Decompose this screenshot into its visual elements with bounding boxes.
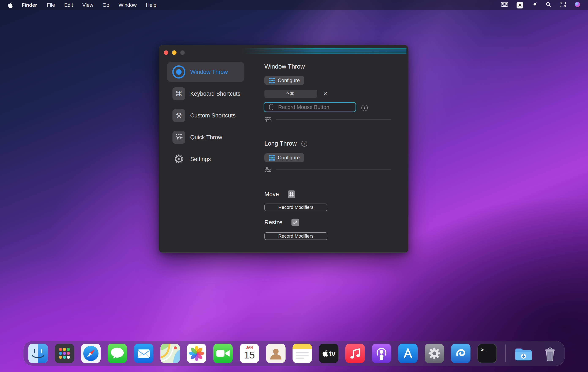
info-glyph: i — [304, 141, 305, 146]
menu-file[interactable]: File — [47, 2, 55, 8]
photos-icon — [187, 344, 206, 363]
record-modifiers-move-button[interactable]: Record Modifiers — [264, 204, 327, 211]
move-grid-icon — [288, 190, 295, 198]
podcasts-icon — [372, 344, 391, 363]
dock-icon-mail[interactable] — [134, 344, 153, 363]
zoom-button[interactable] — [180, 50, 185, 55]
messages-icon — [108, 344, 127, 363]
sidebar-item-keyboard-shortcuts[interactable]: ⌘ Keyboard Shortcuts — [168, 84, 244, 103]
dock-icon-terminal[interactable]: >_ — [477, 344, 497, 363]
dock-icon-notes[interactable] — [293, 344, 312, 363]
dock-icon-safari[interactable] — [81, 344, 101, 363]
calendar-day: 15 — [244, 350, 255, 361]
safari-icon — [81, 344, 101, 363]
dock-icon-system-settings[interactable] — [425, 344, 444, 363]
dock-icon-finder[interactable] — [28, 344, 48, 363]
control-center-icon[interactable] — [560, 2, 566, 9]
maps-icon — [160, 344, 180, 363]
search-icon — [546, 2, 551, 7]
dock-icon-app-store[interactable] — [398, 344, 418, 363]
menu-go[interactable]: Go — [103, 2, 109, 8]
dock-icon-contacts[interactable] — [266, 344, 285, 363]
sidebar-item-custom-shortcuts[interactable]: ⚒ Custom Shortcuts — [168, 106, 244, 125]
options-sliders-icon[interactable] — [265, 167, 272, 173]
menu-edit[interactable]: Edit — [64, 2, 73, 8]
finder-icon — [28, 344, 48, 363]
dock-icon-music[interactable] — [345, 344, 365, 363]
sidebar-item-window-throw[interactable]: Window Throw — [168, 62, 244, 82]
dock-icon-downloads[interactable] — [514, 344, 533, 363]
options-sliders-icon[interactable] — [265, 117, 272, 122]
dock: JAN 15 tv — [23, 341, 565, 366]
info-icon[interactable]: i — [361, 105, 368, 111]
sidebar-item-label: Custom Shortcuts — [190, 112, 236, 119]
move-row: Move — [264, 190, 295, 198]
spotlight-icon[interactable] — [546, 2, 551, 9]
long-throw-title: Long Throw i — [264, 140, 307, 147]
minimize-button[interactable] — [172, 50, 177, 55]
dock-separator — [505, 344, 505, 362]
dock-icon-launchpad[interactable] — [55, 344, 74, 363]
divider — [276, 119, 391, 120]
info-glyph: i — [364, 106, 365, 110]
sidebar-item-label: Quick Throw — [190, 134, 222, 141]
grid-logo-icon — [269, 78, 275, 83]
dock-icon-messages[interactable] — [108, 344, 127, 363]
music-icon — [345, 344, 365, 363]
paper-plane-icon — [532, 2, 537, 7]
menu-help[interactable]: Help — [146, 2, 156, 8]
dock-icon-maps[interactable] — [160, 344, 180, 363]
sidebar: Window Throw ⌘ Keyboard Shortcuts ⚒ Cust… — [168, 62, 244, 169]
input-source-label: A — [518, 2, 521, 8]
record-modifiers-resize-button[interactable]: Record Modifiers — [264, 232, 327, 240]
record-modifiers-label: Record Modifiers — [278, 205, 314, 210]
window-throw-title: Window Throw — [264, 63, 305, 70]
resize-row: Resize — [264, 219, 299, 226]
sidebar-item-label: Keyboard Shortcuts — [190, 91, 240, 97]
long-throw-info-icon[interactable]: i — [301, 141, 307, 147]
menu-extra-icon[interactable] — [532, 2, 537, 9]
apple-menu-icon[interactable] — [8, 2, 13, 8]
stripe — [242, 53, 406, 54]
grid-logo-icon — [269, 155, 275, 161]
command-glyph: ⌘ — [175, 89, 182, 98]
calendar-month: JAN — [246, 346, 253, 349]
menu-bar: Finder File Edit View Go Window Help A — [0, 0, 588, 10]
titlebar-stripes-decoration — [242, 48, 406, 54]
sidebar-item-quick-throw[interactable]: Quick Throw — [168, 128, 244, 147]
menu-view[interactable]: View — [82, 2, 93, 8]
stripe — [242, 48, 406, 50]
close-button[interactable] — [164, 50, 168, 55]
dock-icon-tv[interactable]: tv — [319, 344, 338, 363]
dock-icon-window-manager-app[interactable] — [451, 344, 471, 363]
sidebar-item-label: Settings — [190, 156, 211, 163]
dock-icon-trash[interactable] — [540, 344, 560, 363]
window-controls — [164, 50, 185, 55]
record-modifiers-label: Record Modifiers — [278, 233, 314, 239]
clear-icon: × — [323, 89, 327, 98]
record-mouse-button-field[interactable]: Record Mouse Button — [263, 102, 356, 112]
input-source-icon[interactable]: A — [516, 2, 523, 9]
configure-long-throw-button[interactable]: Configure — [264, 153, 304, 162]
notes-icon — [293, 344, 312, 363]
facetime-icon — [213, 344, 233, 363]
active-app-name[interactable]: Finder — [21, 2, 37, 8]
clear-shortcut-button[interactable]: × — [321, 89, 330, 98]
window-throw-shortcut-field[interactable]: ^⌘ — [264, 90, 317, 98]
dock-icon-facetime[interactable] — [213, 344, 233, 363]
mail-icon — [134, 344, 153, 363]
keyboard-icon — [501, 2, 508, 7]
stripe — [242, 50, 406, 52]
tools-glyph: ⚒ — [176, 111, 182, 120]
terminal-icon: >_ — [477, 344, 497, 363]
dock-icon-podcasts[interactable] — [372, 344, 391, 363]
configure-label: Configure — [278, 77, 300, 83]
gear-glyph: ⚙ — [174, 153, 184, 165]
dock-icon-photos[interactable] — [187, 344, 206, 363]
siri-icon[interactable] — [575, 1, 580, 9]
configure-window-throw-button[interactable]: Configure — [264, 76, 304, 85]
menu-window[interactable]: Window — [119, 2, 136, 8]
sidebar-item-settings[interactable]: ⚙ Settings — [168, 149, 244, 169]
keyboard-viewer-icon[interactable] — [501, 2, 508, 8]
dock-icon-calendar[interactable]: JAN 15 — [240, 344, 259, 363]
